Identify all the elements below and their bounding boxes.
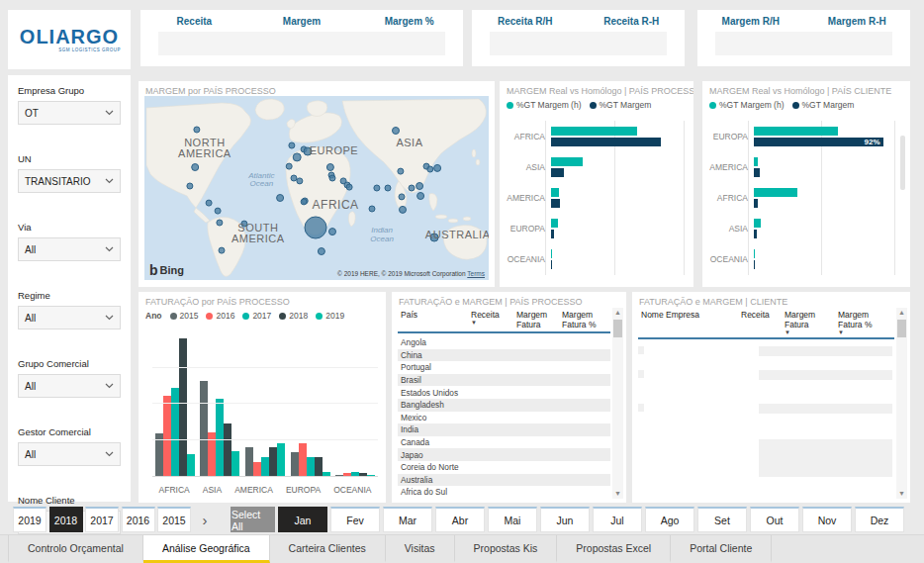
map-bubble[interactable] <box>427 166 433 172</box>
bar-africa-2017[interactable] <box>171 388 179 476</box>
map-bubble[interactable] <box>409 185 415 191</box>
page-tab-controlo-orc-amental[interactable]: Controlo Orçamental <box>8 535 143 563</box>
bar-asia-gt-margem[interactable] <box>551 168 564 177</box>
map-bubble[interactable] <box>385 185 391 191</box>
table-row-india[interactable]: India <box>398 423 610 436</box>
map-bubble[interactable] <box>206 200 212 206</box>
bar-africa-2018[interactable] <box>179 338 187 476</box>
table-scrollbar[interactable]: ▲ ▼ <box>896 308 907 499</box>
bar-oceania-2016[interactable] <box>343 473 351 476</box>
map-terms-link[interactable]: Terms <box>467 270 485 277</box>
scroll-down-icon[interactable]: ▼ <box>614 489 621 499</box>
bar-europa-2019[interactable] <box>323 472 330 476</box>
map-bubble[interactable] <box>297 178 303 184</box>
page-tab-propostas-kis[interactable]: Propostas Kis <box>455 535 558 563</box>
scrollbar-thumb[interactable] <box>613 320 622 337</box>
bar-america-gt-margem-h[interactable] <box>754 157 758 166</box>
page-tab-visitas[interactable]: Visitas <box>386 535 455 563</box>
bar-europa-2017[interactable] <box>307 457 315 476</box>
map-bubble[interactable] <box>417 193 424 200</box>
dropdown-empresa-grupo[interactable]: OT <box>18 101 121 125</box>
map-bubble[interactable] <box>326 164 333 171</box>
bar-europa-2016[interactable] <box>299 443 307 476</box>
month-button-out[interactable]: Out <box>750 507 799 532</box>
table-row-australia[interactable]: Australia <box>398 474 610 487</box>
bar-oceania-2015[interactable] <box>335 475 343 476</box>
bar-asia-gt-margem-h[interactable] <box>551 157 583 166</box>
map-bubble[interactable] <box>187 183 193 189</box>
map-bubble[interactable] <box>399 194 405 200</box>
map-bubble[interactable] <box>291 175 297 181</box>
table-row-angola[interactable]: Angola <box>398 336 610 349</box>
bar-europa-gt-margem[interactable] <box>551 230 554 238</box>
map-bubble[interactable] <box>393 128 400 135</box>
bar-america-2018[interactable] <box>269 447 277 476</box>
table-row-china[interactable]: China <box>398 349 610 362</box>
bar-asia-gt-margem-h[interactable] <box>754 219 761 228</box>
bar-america-2016[interactable] <box>253 462 261 476</box>
map-bubble[interactable] <box>286 163 292 169</box>
select-all-button[interactable]: Select All <box>231 507 275 532</box>
bar-asia-gt-margem[interactable] <box>754 230 757 238</box>
bar-oceania-2018[interactable] <box>359 473 367 476</box>
map-bubble[interactable] <box>398 168 404 174</box>
bar-oceania-gt-margem-h[interactable] <box>551 249 552 258</box>
map-bubble[interactable] <box>318 248 324 255</box>
table-row-mexico[interactable]: Mexico <box>398 412 610 424</box>
month-button-nov[interactable]: Nov <box>802 507 852 532</box>
scrollbar-thumb[interactable] <box>897 320 906 337</box>
map-bubble[interactable] <box>369 206 375 212</box>
column-header-receita[interactable]: Receita▼ <box>468 308 513 331</box>
page-tab-ana-lise-geogra-fica[interactable]: Análise Geográfica <box>143 535 270 563</box>
bing-map[interactable]: NORTH AMERICASOUTH AMERICAEUROPEASIAAFRI… <box>144 96 489 280</box>
map-bubble[interactable] <box>217 220 223 226</box>
bar-europa-gt-margem-h[interactable] <box>551 219 558 228</box>
map-bubble[interactable] <box>301 199 307 205</box>
bar-europa-gt-margem-h[interactable] <box>754 127 838 136</box>
year-button-2018[interactable]: 2018 <box>49 507 83 532</box>
bar-asia-2018[interactable] <box>224 423 231 476</box>
scroll-up-icon[interactable]: ▲ <box>614 308 621 318</box>
page-tab-propostas-excel[interactable]: Propostas Excel <box>557 535 671 563</box>
bar-america-gt-margem[interactable] <box>551 199 560 208</box>
bar-africa-gt-margem[interactable] <box>754 199 758 208</box>
column-header-margem-fatura[interactable]: Margem Fatura▼ <box>782 308 835 337</box>
bar-america-2019[interactable] <box>277 443 285 476</box>
bar-asia-2017[interactable] <box>216 399 224 476</box>
bar-asia-2019[interactable] <box>231 451 239 476</box>
table-row-brasil[interactable]: Brasil <box>398 374 610 387</box>
column-header-nome-empresa[interactable]: Nome Empresa <box>638 308 738 337</box>
column-header-receita[interactable]: Receita <box>738 308 782 337</box>
map-bubble[interactable] <box>434 164 441 171</box>
map-bubble[interactable] <box>329 229 336 235</box>
table-row-japao[interactable]: Japao <box>398 448 610 461</box>
map-bubble[interactable] <box>192 164 199 171</box>
map-bubble[interactable] <box>194 127 200 133</box>
bar-africa-gt-margem[interactable] <box>551 138 661 146</box>
month-button-jan[interactable]: Jan <box>278 507 327 532</box>
bar-europa-2015[interactable] <box>291 452 299 476</box>
year-button-2019[interactable]: 2019 <box>13 507 46 532</box>
month-button-ago[interactable]: Ago <box>645 507 694 532</box>
dropdown-gestor-comercial[interactable]: All <box>18 442 121 466</box>
table-row-portugal[interactable]: Portugal <box>398 361 610 374</box>
map-bubble[interactable] <box>293 153 301 161</box>
bar-america-2017[interactable] <box>261 457 269 476</box>
bar-oceania-gt-margem[interactable] <box>551 260 552 269</box>
map-bubble[interactable] <box>400 206 407 213</box>
page-tab-carteira-clientes[interactable]: Carteira Clientes <box>270 535 386 563</box>
month-button-fev[interactable]: Fev <box>330 507 380 532</box>
bar-africa-gt-margem-h[interactable] <box>754 188 797 197</box>
month-button-mar[interactable]: Mar <box>383 507 432 532</box>
table-row-coreia-do-norte[interactable]: Coreia do Norte <box>398 461 610 474</box>
bar-america-2015[interactable] <box>245 447 253 476</box>
bar-europa-2018[interactable] <box>315 457 323 476</box>
bar-oceania-2017[interactable] <box>351 472 359 476</box>
bar-africa-2019[interactable] <box>187 454 195 476</box>
bar-africa-2016[interactable] <box>163 396 171 476</box>
table-row-estados-unidos[interactable]: Estados Unidos <box>398 386 610 399</box>
bar-europa-gt-margem[interactable]: 92% <box>754 138 883 146</box>
month-button-abr[interactable]: Abr <box>435 507 485 532</box>
page-tab-portal-cliente[interactable]: Portal Cliente <box>671 535 772 563</box>
year-button-2017[interactable]: 2017 <box>85 507 119 532</box>
